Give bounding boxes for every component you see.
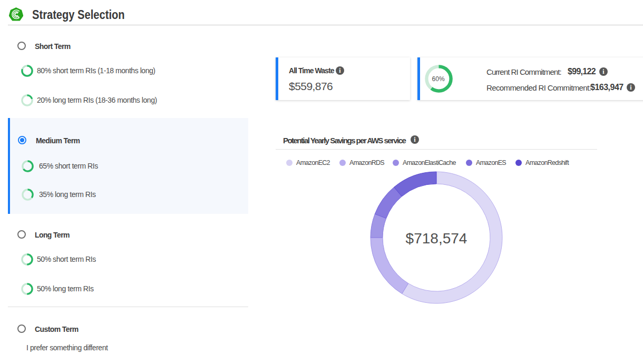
svg-text:60%: 60% — [432, 75, 445, 83]
